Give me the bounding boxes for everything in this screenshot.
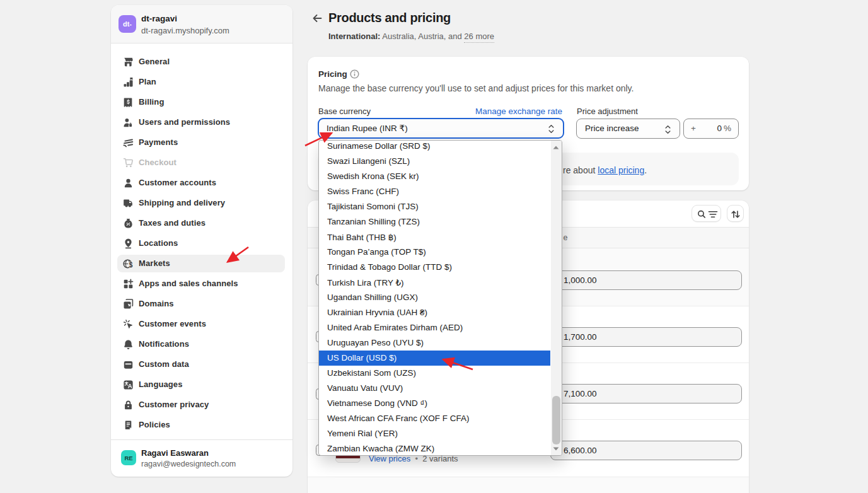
svg-text:$: $ — [129, 261, 133, 268]
